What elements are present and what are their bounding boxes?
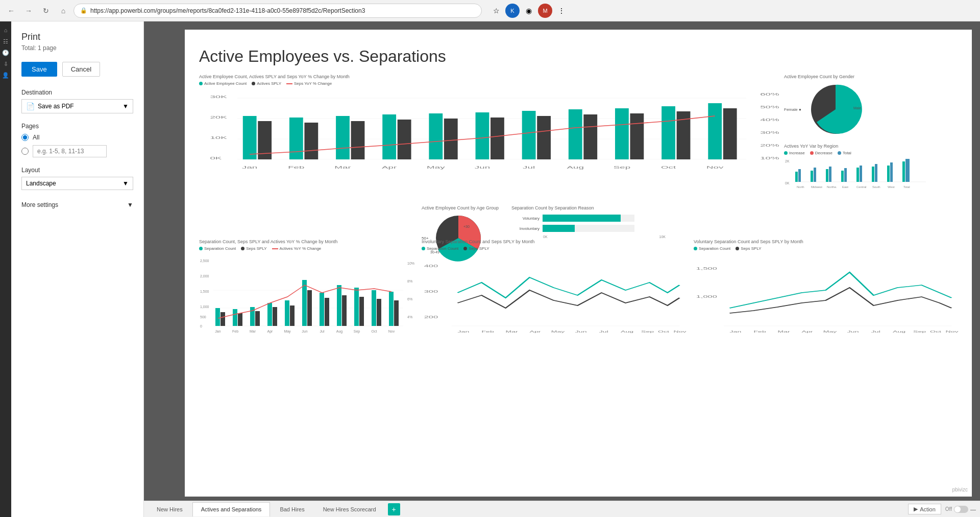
svg-rect-60 xyxy=(856,168,859,182)
svg-rect-54 xyxy=(811,171,813,182)
tab-add-button[interactable]: + xyxy=(388,503,400,515)
svg-text:Male: Male xyxy=(853,106,861,110)
tab-new-hires-scorecard[interactable]: New Hires Scorecard xyxy=(314,502,385,516)
destination-value: Save as PDF xyxy=(38,103,74,110)
svg-text:May: May xyxy=(284,330,291,334)
svg-text:300: 300 xyxy=(424,290,438,294)
svg-text:Oct: Oct xyxy=(661,166,676,170)
svg-text:Mar: Mar xyxy=(334,166,351,170)
legend-decrease-label: Decrease xyxy=(815,151,832,155)
sidebar-home-icon[interactable]: ⌂ xyxy=(1,26,10,35)
print-title: Print xyxy=(21,32,133,42)
profile-button[interactable]: K xyxy=(505,4,520,18)
sidebar-downloads-icon[interactable]: ⇩ xyxy=(1,59,10,68)
more-settings-toggle[interactable]: More settings ▼ xyxy=(21,199,133,210)
tab-bad-hires-label: Bad Hires xyxy=(280,506,304,512)
back-button[interactable]: ← xyxy=(4,4,18,18)
browser-right-icons: ☆ K ◉ M ⋮ xyxy=(489,4,569,18)
svg-text:60%: 60% xyxy=(760,92,779,97)
sep-bar-section: Separation Count, Seps SPLY and Actives … xyxy=(199,239,413,336)
bookmark-button[interactable]: ☆ xyxy=(489,4,503,18)
svg-text:Sep: Sep xyxy=(354,330,360,334)
svg-text:Jan: Jan xyxy=(730,330,742,333)
layout-select[interactable]: Landscape ▼ xyxy=(21,177,133,190)
svg-text:Central: Central xyxy=(856,185,866,189)
svg-text:Jul: Jul xyxy=(523,166,535,170)
custom-pages-radio[interactable] xyxy=(21,148,29,155)
svg-text:Feb: Feb xyxy=(482,330,494,333)
svg-rect-57 xyxy=(829,167,831,182)
all-pages-radio[interactable] xyxy=(21,134,29,141)
pages-input[interactable] xyxy=(33,145,107,157)
svg-rect-58 xyxy=(841,171,844,182)
all-pages-radio-row: All xyxy=(21,134,133,141)
region-bar-title: Actives YoY Var by Region xyxy=(784,144,958,149)
extensions-button[interactable]: ◉ xyxy=(522,4,536,18)
svg-rect-34 xyxy=(708,103,722,159)
all-pages-label: All xyxy=(33,134,39,141)
svg-rect-107 xyxy=(342,295,347,326)
svg-text:50%: 50% xyxy=(760,105,779,109)
refresh-button[interactable]: ↻ xyxy=(39,4,53,18)
tab-bar-right: ▶ Action Off — xyxy=(906,504,976,514)
svg-rect-22 xyxy=(429,113,443,159)
tab-new-hires-label: New Hires xyxy=(157,506,183,512)
print-buttons: Save Cancel xyxy=(21,62,133,77)
report-title: Active Employees vs. Separations xyxy=(199,47,958,66)
svg-text:Jul: Jul xyxy=(871,330,880,333)
svg-text:Nov: Nov xyxy=(706,166,724,170)
cancel-button[interactable]: Cancel xyxy=(62,62,100,77)
svg-rect-64 xyxy=(887,166,890,182)
gender-pie-title: Active Employee Count by Gender xyxy=(784,74,958,79)
custom-pages-radio-row xyxy=(21,145,133,157)
action-button[interactable]: ▶ Action xyxy=(908,504,941,514)
address-bar[interactable]: 🔒 https://app.powerbi.com/groups/me/repo… xyxy=(74,4,482,18)
svg-text:10%: 10% xyxy=(407,262,414,265)
svg-text:Oct: Oct xyxy=(930,330,941,333)
home-button[interactable]: ⌂ xyxy=(56,4,70,18)
sep-reason-chart: Voluntary Involuntary xyxy=(511,215,958,239)
menu-button[interactable]: ⋮ xyxy=(554,4,569,18)
user-avatar[interactable]: M xyxy=(538,4,552,18)
legend-dot-teal xyxy=(199,82,203,85)
toggle-switch[interactable] xyxy=(954,506,968,513)
save-button[interactable]: Save xyxy=(21,62,57,77)
tab-bad-hires[interactable]: Bad Hires xyxy=(271,502,313,516)
sidebar-user-icon[interactable]: 👤 xyxy=(1,70,10,80)
svg-rect-25 xyxy=(491,118,504,159)
svg-text:East: East xyxy=(842,185,848,189)
toggle-dash-icon: — xyxy=(970,506,976,512)
svg-rect-94 xyxy=(233,309,237,326)
svg-rect-109 xyxy=(359,297,364,326)
tab-actives-separations[interactable]: Actives and Separations xyxy=(192,502,271,516)
legend-actives-yoy: Actives YoY % Change xyxy=(272,246,322,251)
action-chevron-icon: ▶ xyxy=(914,506,918,512)
sep-reason-title: Separation Count by Separation Reason xyxy=(511,205,958,210)
voluntary-sep-section: Voluntary Separation Count and Seps SPLY… xyxy=(694,239,958,336)
sidebar-history-icon[interactable]: 🕐 xyxy=(1,48,10,57)
sidebar-apps-icon[interactable]: ☷ xyxy=(1,37,10,46)
tab-actives-separations-label: Actives and Separations xyxy=(201,506,262,512)
svg-text:400: 400 xyxy=(424,264,438,268)
svg-text:Nov: Nov xyxy=(674,330,687,333)
svg-text:Feb: Feb xyxy=(754,330,766,333)
toggle-area: Off — xyxy=(945,506,976,513)
tab-new-hires[interactable]: New Hires xyxy=(148,502,191,516)
svg-rect-102 xyxy=(302,280,307,326)
svg-rect-30 xyxy=(615,108,629,159)
destination-label: Destination xyxy=(21,89,133,96)
destination-select[interactable]: 📄 Save as PDF ▼ xyxy=(21,99,133,113)
svg-text:500: 500 xyxy=(200,315,206,319)
svg-rect-21 xyxy=(398,120,411,159)
forward-button[interactable]: → xyxy=(21,4,36,18)
svg-text:Oct: Oct xyxy=(372,330,377,333)
svg-rect-99 xyxy=(273,307,277,326)
legend-vol-sep-count: Separation Count xyxy=(694,246,730,251)
svg-text:Aug: Aug xyxy=(621,330,633,333)
vol-sep-count-label: Separation Count xyxy=(699,246,730,251)
svg-text:10%: 10% xyxy=(760,156,779,160)
seps-sply-label: Seps SPLY xyxy=(246,246,266,251)
svg-text:Jul: Jul xyxy=(320,330,325,333)
svg-rect-110 xyxy=(372,290,376,326)
main-bar-chart-title: Active Employee Count, Actives SPLY and … xyxy=(199,74,774,79)
